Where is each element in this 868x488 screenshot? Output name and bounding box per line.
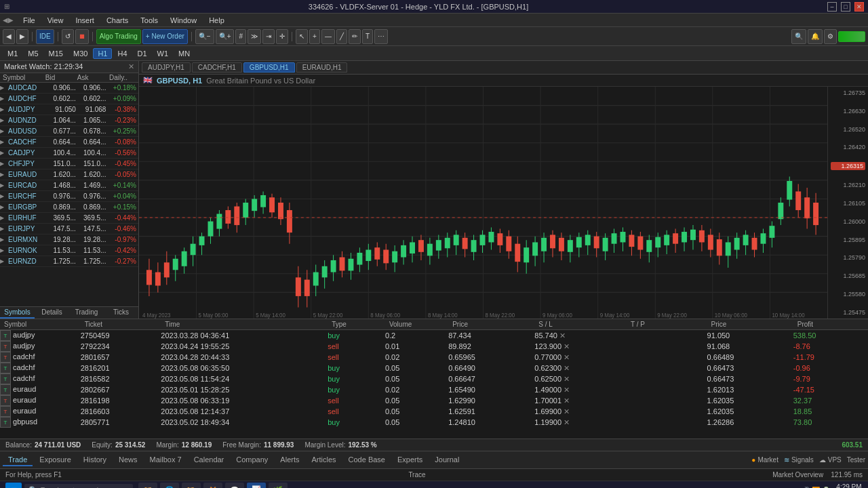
- market-watch-close[interactable]: ✕: [128, 62, 134, 71]
- tab-history[interactable]: History: [78, 454, 112, 466]
- menu-window[interactable]: Window: [165, 15, 202, 26]
- tab-exposure[interactable]: Exposure: [34, 454, 76, 466]
- order-row[interactable]: T gbpusd 2805771 2023.05.02 18:49:34 buy…: [0, 417, 868, 428]
- search-button[interactable]: 🔍: [791, 29, 806, 44]
- menu-help[interactable]: Help: [203, 15, 230, 26]
- chart-tab-euraud[interactable]: EURAUD,H1: [296, 62, 348, 73]
- hline-button[interactable]: —: [321, 29, 335, 44]
- order-row[interactable]: T euraud 2816603 2023.05.08 12:14:37 sel…: [0, 406, 868, 417]
- sl-close[interactable]: ✕: [564, 418, 570, 426]
- order-row[interactable]: T audjpy 2792234 2023.04.24 19:55:25 sel…: [0, 341, 868, 352]
- trendline-button[interactable]: ╱: [336, 29, 347, 44]
- stop-button[interactable]: ⏹: [75, 29, 89, 44]
- tf-m1[interactable]: M1: [3, 48, 22, 59]
- auto-scroll-button[interactable]: ≫: [248, 29, 261, 44]
- mw-tab-trading[interactable]: Trading: [69, 307, 104, 319]
- market-watch-row-cadchf[interactable]: ▶ CADCHF 0.664... 0.664... -0.08%: [0, 137, 138, 148]
- sl-close[interactable]: ✕: [564, 364, 570, 372]
- tf-h1[interactable]: H1: [93, 48, 112, 59]
- sl-close[interactable]: ✕: [564, 407, 570, 415]
- chart-canvas[interactable]: 4 May 2023 5 May 06:00 5 May 14:00 5 May…: [139, 87, 868, 319]
- tf-w1[interactable]: W1: [153, 48, 174, 59]
- back-button[interactable]: ◀: [3, 29, 15, 44]
- tf-m5[interactable]: M5: [23, 48, 43, 59]
- signals-indicator[interactable]: ≋ Signals: [784, 456, 814, 464]
- orders-scroll[interactable]: T audjpy 2750459 2023.03.28 04:36:41 buy…: [0, 330, 868, 439]
- new-order-button[interactable]: + New Order: [142, 29, 188, 44]
- sl-close[interactable]: ✕: [564, 375, 570, 383]
- zoom-in-button[interactable]: 🔍+: [216, 29, 235, 44]
- taskbar-app-2[interactable]: 🌐: [160, 483, 179, 489]
- market-watch-row-audjpy[interactable]: ▶ AUDJPY 91.050 91.068 -0.38%: [0, 104, 138, 115]
- market-watch-row-eurnok[interactable]: ▶ EURNOK 11.53... 11.53... -0.42%: [0, 245, 138, 256]
- market-watch-row-eurhuf[interactable]: ▶ EURHUF 369.5... 369.5... -0.44%: [0, 213, 138, 224]
- market-watch-row-eurchf[interactable]: ▶ EURCHF 0.976... 0.976... +0.04%: [0, 191, 138, 202]
- algo-trading-button[interactable]: Algo Trading: [96, 29, 141, 44]
- mw-tab-symbols[interactable]: Symbols: [0, 307, 35, 319]
- order-row[interactable]: T euraud 2802667 2023.05.01 15:28:25 buy…: [0, 384, 868, 395]
- order-icon[interactable]: T: [0, 363, 11, 373]
- crosshair2-button[interactable]: +: [309, 29, 320, 44]
- menu-view[interactable]: View: [42, 15, 69, 26]
- tab-articles[interactable]: Articles: [306, 454, 341, 466]
- order-icon[interactable]: T: [0, 395, 11, 406]
- order-icon[interactable]: T: [0, 406, 11, 417]
- refresh-button[interactable]: ↺: [62, 29, 74, 44]
- crosshair-button[interactable]: ✛: [276, 29, 288, 44]
- market-indicator[interactable]: ● Market: [751, 456, 778, 464]
- ide-button[interactable]: IDE: [36, 29, 54, 44]
- order-row[interactable]: T audjpy 2750459 2023.03.28 04:36:41 buy…: [0, 330, 868, 341]
- market-watch-row-cadjpy[interactable]: ▶ CADJPY 100.4... 100.4... -0.56%: [0, 148, 138, 159]
- tf-mn[interactable]: MN: [174, 48, 195, 59]
- taskbar-app-3[interactable]: 📂: [182, 483, 201, 489]
- tf-m30[interactable]: M30: [68, 48, 92, 59]
- order-row[interactable]: T cadchf 2801657 2023.04.28 20:44:33 sel…: [0, 352, 868, 363]
- draw-button[interactable]: ✏: [349, 29, 361, 44]
- market-watch-row-eurmxn[interactable]: ▶ EURMXN 19.28... 19.28... -0.97%: [0, 235, 138, 245]
- order-row[interactable]: T cadchf 2816201 2023.05.08 06:35:50 buy…: [0, 363, 868, 373]
- tab-alerts[interactable]: Alerts: [275, 454, 304, 466]
- menu-insert[interactable]: Insert: [70, 15, 100, 26]
- grid-button[interactable]: #: [235, 29, 246, 44]
- tf-d1[interactable]: D1: [133, 48, 152, 59]
- sl-close[interactable]: ✕: [559, 331, 566, 340]
- search-bar[interactable]: 🔍 Type here to search: [24, 484, 133, 489]
- mw-tab-details[interactable]: Details: [35, 307, 69, 319]
- market-watch-row-eurcad[interactable]: ▶ EURCAD 1.468... 1.469... +0.14%: [0, 180, 138, 191]
- vps-indicator[interactable]: ☁ VPS: [819, 456, 842, 464]
- order-icon[interactable]: T: [0, 384, 11, 395]
- taskbar-app-1[interactable]: 📁: [138, 483, 157, 489]
- window-controls[interactable]: – □ ✕: [827, 2, 864, 12]
- menu-charts[interactable]: Charts: [101, 15, 134, 26]
- notification-button[interactable]: 🔔: [808, 29, 823, 44]
- tab-journal[interactable]: Journal: [429, 454, 465, 466]
- sl-close[interactable]: ✕: [564, 396, 570, 405]
- sl-close[interactable]: ✕: [564, 386, 570, 394]
- order-icon[interactable]: T: [0, 330, 11, 341]
- mw-tab-ticks[interactable]: Ticks: [104, 307, 138, 319]
- tf-h4[interactable]: H4: [113, 48, 132, 59]
- tab-mailbox[interactable]: Mailbox 7: [144, 454, 187, 466]
- tf-m15[interactable]: M15: [44, 48, 68, 59]
- maximize-button[interactable]: □: [841, 2, 850, 12]
- taskbar-app-metatrader[interactable]: 📈: [247, 483, 266, 489]
- start-button[interactable]: ⊞: [5, 483, 22, 489]
- chart-tab-audjpy[interactable]: AUDJPY,H1: [142, 62, 191, 73]
- market-watch-row-audchf[interactable]: ▶ AUDCHF 0.602... 0.602... +0.09%: [0, 94, 138, 104]
- order-row[interactable]: T cadchf 2816582 2023.05.08 11:54:24 buy…: [0, 373, 868, 384]
- order-icon[interactable]: T: [0, 417, 11, 428]
- sl-close[interactable]: ✕: [564, 342, 570, 350]
- settings-button[interactable]: ⚙: [824, 29, 837, 44]
- sl-close[interactable]: ✕: [564, 353, 570, 361]
- menu-file[interactable]: File: [18, 15, 41, 26]
- market-watch-row-audusd[interactable]: ▶ AUDUSD 0.677... 0.678... +0.25%: [0, 126, 138, 137]
- menu-tools[interactable]: Tools: [135, 15, 163, 26]
- chart-shift-button[interactable]: ⇥: [262, 29, 275, 44]
- tab-codebase[interactable]: Code Base: [343, 454, 391, 466]
- more-tools-button[interactable]: ⋯: [374, 29, 388, 44]
- market-watch-row-eurnzd[interactable]: ▶ EURNZD 1.725... 1.725... -0.27%: [0, 256, 138, 267]
- order-icon[interactable]: T: [0, 352, 11, 363]
- tab-experts[interactable]: Experts: [392, 454, 428, 466]
- taskbar-app-4[interactable]: 🦊: [203, 483, 222, 489]
- market-watch-row-eurgbp[interactable]: ▶ EURGBP 0.869... 0.869... +0.15%: [0, 202, 138, 213]
